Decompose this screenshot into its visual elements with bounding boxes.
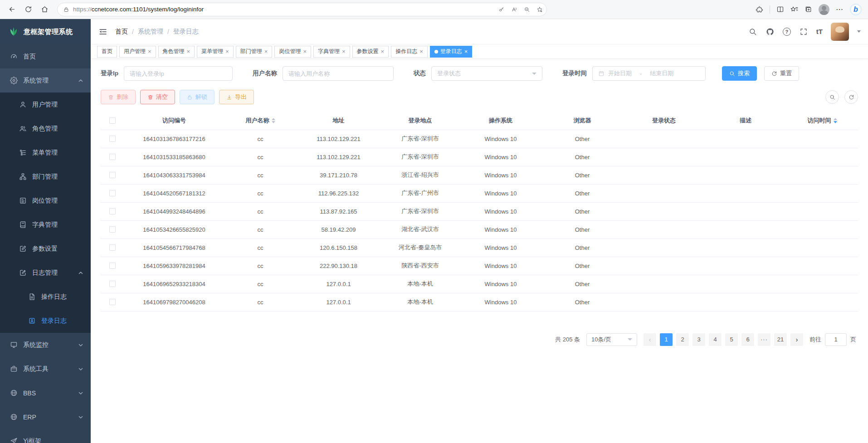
tag-tab[interactable]: 首页 bbox=[97, 46, 117, 58]
show-search-button[interactable] bbox=[825, 90, 839, 104]
page-button-4[interactable]: 4 bbox=[709, 333, 722, 346]
copilot-icon[interactable]: b bbox=[850, 4, 862, 15]
sidebar-item-home[interactable]: 首页 bbox=[0, 44, 91, 68]
page-button-2[interactable]: 2 bbox=[676, 333, 689, 346]
tag-tab[interactable]: 用户管理 × bbox=[119, 46, 156, 58]
row-checkbox[interactable] bbox=[109, 299, 116, 305]
table-row[interactable]: 1641069652933218304cc127.0.0.1本地-本机Windo… bbox=[101, 275, 858, 293]
table-row[interactable]: 1641031533185863680cc113.102.129.221广东省-… bbox=[101, 148, 858, 166]
more-pages-button[interactable]: ··· bbox=[758, 333, 770, 346]
prev-page-button[interactable]: ‹ bbox=[644, 333, 656, 346]
close-tag-icon[interactable]: × bbox=[303, 49, 307, 54]
row-checkbox[interactable] bbox=[109, 136, 116, 142]
caret-down-icon[interactable] bbox=[857, 30, 861, 33]
search-button[interactable]: 搜索 bbox=[722, 66, 757, 81]
fullscreen-icon[interactable] bbox=[799, 27, 808, 36]
tag-tab[interactable]: 登录日志 × bbox=[430, 46, 473, 58]
sidebar-item-system-tools[interactable]: 系统工具 bbox=[0, 357, 91, 381]
sidebar-item-menu-mgmt[interactable]: 菜单管理 bbox=[0, 141, 91, 165]
reset-button[interactable]: 重置 bbox=[764, 66, 799, 81]
help-icon[interactable]: ? bbox=[783, 28, 791, 36]
tag-tab[interactable]: 字典管理 × bbox=[313, 46, 350, 58]
page-button-5[interactable]: 5 bbox=[725, 333, 738, 346]
table-row[interactable]: 1641069798270046208cc127.0.0.1本地-本机Windo… bbox=[101, 293, 858, 311]
sidebar-item-post-mgmt[interactable]: 岗位管理 bbox=[0, 189, 91, 213]
github-icon[interactable] bbox=[766, 27, 775, 36]
close-tag-icon[interactable]: × bbox=[148, 49, 151, 54]
app-logo[interactable]: 意框架管理系统 bbox=[0, 19, 91, 44]
table-row[interactable]: 1641043063331753984cc39.171.210.78浙江省-绍兴… bbox=[101, 166, 858, 184]
back-icon[interactable] bbox=[5, 2, 19, 17]
read-aloud-icon[interactable] bbox=[511, 6, 517, 13]
table-row[interactable]: 1641059633978281984cc222.90.130.18陕西省-西安… bbox=[101, 257, 858, 275]
sidebar-item-user-mgmt[interactable]: 用户管理 bbox=[0, 92, 91, 117]
font-size-icon[interactable]: tT bbox=[816, 28, 823, 35]
tag-tab[interactable]: 菜单管理 × bbox=[197, 46, 234, 58]
row-checkbox[interactable] bbox=[109, 244, 116, 251]
zoom-out-icon[interactable] bbox=[524, 6, 530, 13]
more-icon[interactable]: ⋯ bbox=[836, 5, 844, 14]
table-row[interactable]: 1641044993248464896cc113.87.92.165广东省-深圳… bbox=[101, 202, 858, 220]
table-row[interactable]: 1641054566717984768cc120.6.150.158河北省-秦皇… bbox=[101, 239, 858, 257]
sidebar-item-dept-mgmt[interactable]: 部门管理 bbox=[0, 165, 91, 189]
close-tag-icon[interactable]: × bbox=[381, 49, 385, 54]
sidebar-item-dict-mgmt[interactable]: 字典管理 bbox=[0, 213, 91, 237]
sidebar-item-yi-framework[interactable]: Yi框架 bbox=[0, 429, 91, 443]
tag-tab[interactable]: 操作日志 × bbox=[391, 46, 428, 58]
tag-tab[interactable]: 部门管理 × bbox=[236, 46, 273, 58]
extensions-icon[interactable] bbox=[756, 5, 763, 13]
date-range-picker[interactable]: 开始日期 - 结束日期 bbox=[592, 66, 706, 81]
column-header[interactable]: 访问时间 bbox=[786, 112, 858, 130]
page-button-21[interactable]: 21 bbox=[774, 333, 787, 346]
clear-button[interactable]: 清空 bbox=[140, 90, 175, 104]
select-all-checkbox[interactable] bbox=[109, 117, 116, 124]
row-checkbox[interactable] bbox=[109, 281, 116, 287]
login-ip-field[interactable] bbox=[130, 70, 227, 77]
tag-tab[interactable]: 岗位管理 × bbox=[274, 46, 311, 58]
sidebar-item-operation-log[interactable]: 操作日志 bbox=[0, 285, 91, 309]
page-button-3[interactable]: 3 bbox=[692, 333, 705, 346]
table-row[interactable]: 1641044520567181312cc112.96.225.132广东省-广… bbox=[101, 184, 858, 202]
sidebar-item-login-log[interactable]: 登录日志 bbox=[0, 309, 91, 333]
delete-button[interactable]: 删除 bbox=[101, 90, 136, 104]
row-checkbox[interactable] bbox=[109, 208, 116, 214]
table-row[interactable]: 1641053426655825920cc58.19.42.209湖北省-武汉市… bbox=[101, 220, 858, 239]
column-header[interactable]: 用户名称 bbox=[224, 112, 297, 130]
user-name-field[interactable] bbox=[288, 70, 388, 77]
row-checkbox[interactable] bbox=[109, 263, 116, 269]
collapse-sidebar-icon[interactable] bbox=[98, 27, 108, 37]
favorite-add-icon[interactable] bbox=[536, 6, 543, 13]
sidebar-item-system-monitor[interactable]: 系统监控 bbox=[0, 333, 91, 357]
split-screen-icon[interactable] bbox=[776, 5, 784, 13]
status-select[interactable]: 登录状态 bbox=[431, 66, 542, 81]
row-checkbox[interactable] bbox=[109, 154, 116, 160]
page-button-6[interactable]: 6 bbox=[741, 333, 754, 346]
sort-carets-icon[interactable] bbox=[834, 118, 837, 123]
sidebar-item-role-mgmt[interactable]: 角色管理 bbox=[0, 117, 91, 141]
address-bar[interactable]: https://ccnetcore.com:1101/system/log/lo… bbox=[57, 3, 547, 16]
export-button[interactable]: 导出 bbox=[219, 90, 254, 104]
key-icon[interactable] bbox=[498, 6, 505, 13]
login-ip-input[interactable] bbox=[124, 66, 233, 81]
breadcrumb-item[interactable]: 首页 bbox=[115, 28, 128, 36]
row-checkbox[interactable] bbox=[109, 190, 116, 196]
end-date-value[interactable]: 结束日期 bbox=[650, 69, 673, 78]
tag-tab[interactable]: 角色管理 × bbox=[158, 46, 195, 58]
goto-page-input[interactable] bbox=[825, 333, 847, 346]
sidebar-item-bbs[interactable]: BBS bbox=[0, 381, 91, 405]
user-name-input[interactable] bbox=[283, 66, 394, 81]
favorites-icon[interactable] bbox=[790, 5, 798, 13]
sidebar-item-erp[interactable]: ERP bbox=[0, 405, 91, 429]
refresh-icon[interactable] bbox=[21, 2, 35, 17]
tag-tab[interactable]: 参数设置 × bbox=[352, 46, 389, 58]
next-page-button[interactable]: › bbox=[790, 333, 803, 346]
collections-icon[interactable] bbox=[805, 5, 812, 13]
close-tag-icon[interactable]: × bbox=[342, 49, 346, 54]
unlock-button[interactable]: 解锁 bbox=[180, 90, 215, 104]
sort-carets-icon[interactable] bbox=[272, 118, 275, 123]
profile-icon[interactable] bbox=[819, 4, 829, 15]
sidebar-item-system-mgmt[interactable]: 系统管理 bbox=[0, 68, 91, 92]
start-date-value[interactable]: 开始日期 bbox=[608, 69, 632, 78]
row-checkbox[interactable] bbox=[109, 172, 116, 178]
page-size-select[interactable]: 10条/页 bbox=[586, 333, 637, 346]
